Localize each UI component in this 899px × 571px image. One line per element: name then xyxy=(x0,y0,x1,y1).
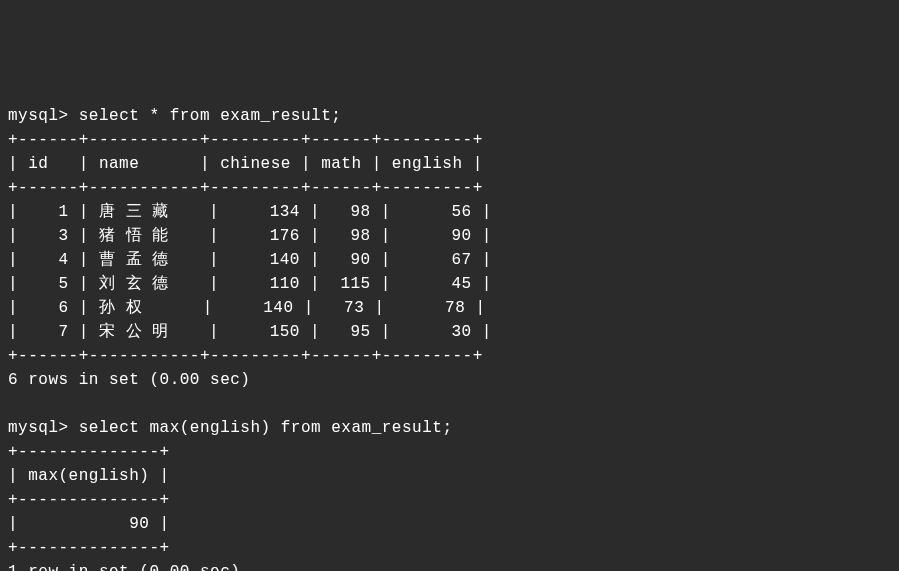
table2-sep-bot: +--------------+ xyxy=(8,539,170,557)
prompt: mysql> xyxy=(8,419,69,437)
table1-sep-bot: +------+-----------+---------+------+---… xyxy=(8,347,483,365)
terminal-output: mysql> select * from exam_result; +-----… xyxy=(8,104,891,571)
table2-sep-top: +--------------+ xyxy=(8,443,170,461)
table2-row: | 90 | xyxy=(8,515,170,533)
query2-result-msg: 1 row in set (0.00 sec) xyxy=(8,563,240,571)
table2-sep-mid: +--------------+ xyxy=(8,491,170,509)
table1-row-3: | 5 | 刘 玄 德 | 110 | 115 | 45 | xyxy=(8,275,492,293)
table1-row-4: | 6 | 孙 权 | 140 | 73 | 78 | xyxy=(8,299,486,317)
table1-header: | id | name | chinese | math | english | xyxy=(8,155,483,173)
table1-row-0: | 1 | 唐 三 藏 | 134 | 98 | 56 | xyxy=(8,203,492,221)
query1-result-msg: 6 rows in set (0.00 sec) xyxy=(8,371,250,389)
table1-sep-top: +------+-----------+---------+------+---… xyxy=(8,131,483,149)
prompt: mysql> xyxy=(8,107,69,125)
table1-row-1: | 3 | 猪 悟 能 | 176 | 98 | 90 | xyxy=(8,227,492,245)
table1-row-2: | 4 | 曹 孟 德 | 140 | 90 | 67 | xyxy=(8,251,492,269)
query1-command: select * from exam_result; xyxy=(79,107,342,125)
table1-sep-mid: +------+-----------+---------+------+---… xyxy=(8,179,483,197)
table1-row-5: | 7 | 宋 公 明 | 150 | 95 | 30 | xyxy=(8,323,492,341)
query2-command: select max(english) from exam_result; xyxy=(79,419,453,437)
table2-header: | max(english) | xyxy=(8,467,170,485)
